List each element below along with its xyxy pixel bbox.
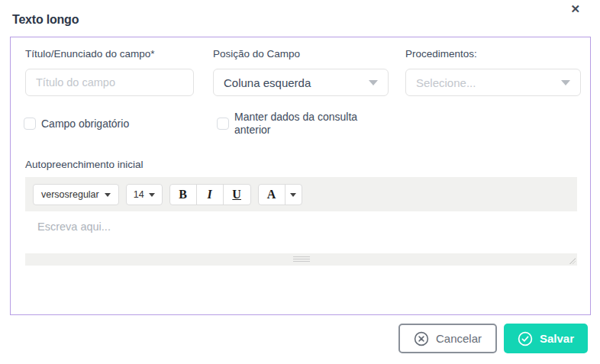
titulo-label: Título/Enunciado do campo* bbox=[25, 48, 155, 60]
procedimentos-select-placeholder: Selecione... bbox=[416, 76, 555, 89]
corner-resize-grip[interactable] bbox=[569, 257, 576, 264]
posicao-label: Posição do Campo bbox=[213, 48, 300, 60]
font-color-button[interactable]: A bbox=[259, 185, 285, 205]
font-size-value: 14 bbox=[134, 189, 144, 200]
dialog-title: Texto longo bbox=[12, 13, 79, 27]
manter-dados-label: Manter dados da consulta anterior bbox=[234, 111, 370, 137]
chevron-down-icon bbox=[290, 193, 296, 197]
manter-dados-group: Manter dados da consulta anterior bbox=[217, 105, 370, 143]
editor-text-area[interactable]: Escreva aqui... bbox=[25, 211, 577, 253]
campo-obrigatorio-group: Campo obrigatório bbox=[24, 111, 129, 137]
autopreenchimento-label: Autopreenchimento inicial bbox=[25, 159, 144, 170]
editor-toolbar: versosregular 14 B I U A bbox=[25, 177, 577, 211]
cancel-button-label: Cancelar bbox=[436, 332, 482, 345]
form-panel: Título/Enunciado do campo* Posição do Ca… bbox=[10, 37, 591, 315]
chevron-down-icon bbox=[561, 80, 570, 85]
campo-obrigatorio-checkbox[interactable] bbox=[24, 118, 36, 130]
procedimentos-label: Procedimentos: bbox=[405, 48, 477, 60]
chevron-down-icon bbox=[149, 193, 155, 197]
chevron-down-icon bbox=[369, 80, 378, 85]
font-color-dropdown[interactable] bbox=[285, 185, 302, 205]
manter-dados-checkbox[interactable] bbox=[217, 118, 229, 130]
texto-longo-dialog: ✕ Texto longo Título/Enunciado do campo*… bbox=[0, 0, 600, 364]
text-style-button-group: B I U bbox=[169, 184, 251, 205]
posicao-select-value: Coluna esquerda bbox=[224, 76, 363, 89]
font-color-button-group: A bbox=[258, 184, 302, 205]
titulo-input[interactable] bbox=[25, 69, 194, 96]
underline-button[interactable]: U bbox=[224, 185, 250, 205]
resize-handle[interactable] bbox=[293, 256, 310, 262]
cancel-button[interactable]: Cancelar bbox=[398, 324, 497, 353]
circle-x-icon bbox=[414, 331, 429, 346]
font-family-dropdown[interactable]: versosregular bbox=[33, 184, 119, 205]
bold-button[interactable]: B bbox=[170, 185, 197, 205]
save-button-label: Salvar bbox=[540, 332, 574, 345]
chevron-down-icon bbox=[105, 193, 111, 197]
save-button[interactable]: Salvar bbox=[504, 324, 588, 353]
editor-statusbar bbox=[25, 253, 577, 266]
circle-check-icon bbox=[518, 331, 533, 346]
procedimentos-select[interactable]: Selecione... bbox=[405, 69, 581, 96]
font-size-dropdown[interactable]: 14 bbox=[126, 184, 163, 205]
font-family-value: versosregular bbox=[41, 189, 99, 200]
posicao-select[interactable]: Coluna esquerda bbox=[213, 69, 389, 96]
campo-obrigatorio-label: Campo obrigatório bbox=[41, 118, 129, 130]
rich-text-editor: versosregular 14 B I U A Escreva aqu bbox=[25, 177, 577, 266]
close-icon[interactable]: ✕ bbox=[570, 2, 580, 17]
italic-button[interactable]: I bbox=[197, 185, 224, 205]
